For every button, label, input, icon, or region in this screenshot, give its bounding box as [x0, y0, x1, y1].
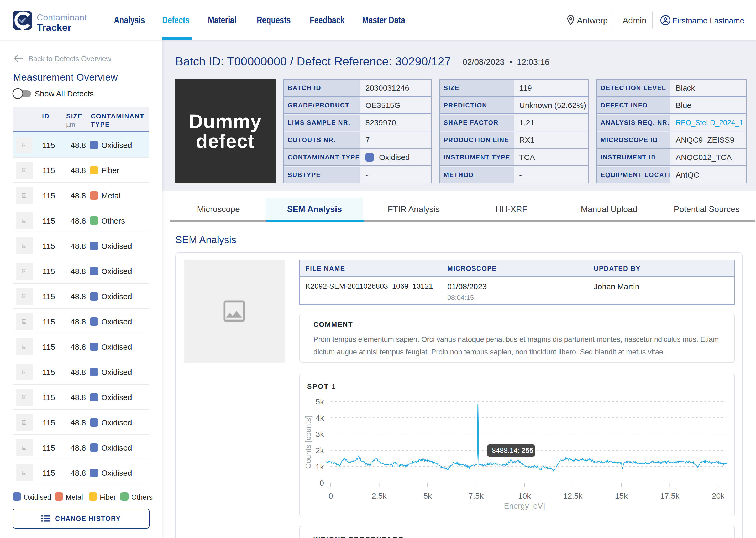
svg-text:15k: 15k — [615, 492, 628, 500]
svg-text:10k: 10k — [518, 492, 531, 500]
svg-text:5k: 5k — [423, 492, 432, 500]
svg-text:2.5k: 2.5k — [372, 492, 387, 500]
svg-text:Counts [counts]: Counts [counts] — [304, 416, 312, 469]
svg-text:17.5k: 17.5k — [660, 492, 680, 500]
svg-text:Energy [eV]: Energy [eV] — [504, 502, 545, 510]
svg-text:2k: 2k — [315, 446, 324, 455]
svg-text:12.5k: 12.5k — [563, 492, 583, 500]
svg-text:0: 0 — [329, 492, 333, 500]
svg-text:8488.14: 255: 8488.14: 255 — [492, 447, 533, 455]
svg-text:4k: 4k — [315, 413, 324, 422]
svg-text:3k: 3k — [315, 430, 324, 438]
svg-text:7.5k: 7.5k — [469, 492, 484, 500]
svg-text:1k: 1k — [315, 462, 324, 471]
svg-text:5k: 5k — [315, 397, 324, 406]
svg-text:20k: 20k — [712, 492, 725, 500]
svg-text:0: 0 — [319, 479, 324, 487]
